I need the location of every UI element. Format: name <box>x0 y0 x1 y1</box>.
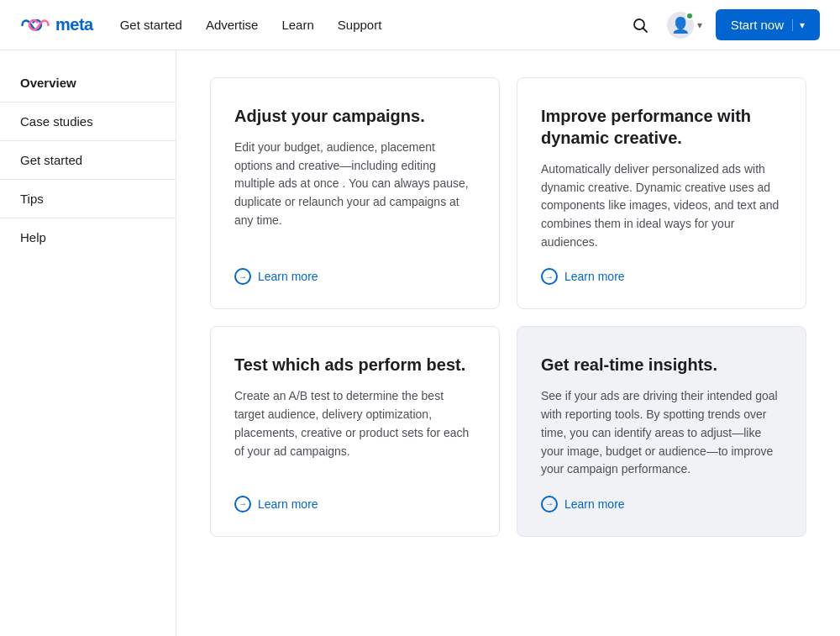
nav-advertise[interactable]: Advertise <box>206 18 259 32</box>
header-left: meta Get started Advertise Learn Support <box>20 15 381 34</box>
card-adjust-campaigns-link[interactable]: → Learn more <box>234 268 318 285</box>
arrow-icon: → <box>541 496 558 512</box>
sidebar-item-case-studies[interactable]: Case studies <box>0 102 176 141</box>
start-now-chevron-icon: ▾ <box>792 19 805 31</box>
header-right: 👤 ▾ Start now ▾ <box>627 8 820 42</box>
meta-logo-icon <box>20 17 50 34</box>
nav-get-started[interactable]: Get started <box>120 18 182 32</box>
card-real-time-insights-link[interactable]: → Learn more <box>541 496 625 512</box>
arrow-icon: → <box>541 268 558 285</box>
sidebar-item-help[interactable]: Help <box>0 218 176 256</box>
card-real-time-insights: Get real-time insights. See if your ads … <box>517 326 806 536</box>
search-button[interactable] <box>627 12 654 39</box>
cards-grid: Adjust your campaigns. Edit your budget,… <box>210 77 806 537</box>
header: meta Get started Advertise Learn Support… <box>0 0 840 50</box>
nav-learn[interactable]: Learn <box>281 18 313 32</box>
sidebar-item-overview[interactable]: Overview <box>0 64 176 102</box>
card-real-time-insights-desc: See if your ads are driving their intend… <box>541 387 782 478</box>
svg-line-1 <box>643 28 647 32</box>
main-content: Adjust your campaigns. Edit your budget,… <box>176 50 840 636</box>
card-improve-performance-desc: Automatically deliver personalized ads w… <box>541 160 782 251</box>
header-nav: Get started Advertise Learn Support <box>120 18 382 32</box>
card-adjust-campaigns-title: Adjust your campaigns. <box>234 105 475 127</box>
card-improve-performance-link[interactable]: → Learn more <box>541 268 625 285</box>
card-test-ads-desc: Create an A/B test to determine the best… <box>234 387 475 460</box>
user-account-button[interactable]: 👤 ▾ <box>664 8 706 42</box>
meta-logo: meta <box>20 15 93 34</box>
account-chevron-icon: ▾ <box>697 19 702 31</box>
arrow-icon: → <box>234 496 251 512</box>
sidebar: Overview Case studies Get started Tips H… <box>0 50 176 636</box>
card-test-ads: Test which ads perform best. Create an A… <box>210 326 500 536</box>
card-test-ads-link[interactable]: → Learn more <box>234 496 318 512</box>
page-layout: Overview Case studies Get started Tips H… <box>0 50 840 636</box>
search-icon <box>632 17 648 34</box>
card-improve-performance-title: Improve performance with dynamic creativ… <box>541 105 782 149</box>
notification-dot <box>685 12 694 20</box>
nav-support[interactable]: Support <box>338 18 382 32</box>
start-now-button[interactable]: Start now ▾ <box>716 9 820 40</box>
sidebar-item-tips[interactable]: Tips <box>0 180 176 218</box>
card-adjust-campaigns-desc: Edit your budget, audience, placement op… <box>234 139 475 229</box>
card-improve-performance: Improve performance with dynamic creativ… <box>517 77 806 309</box>
card-real-time-insights-title: Get real-time insights. <box>541 354 782 376</box>
meta-logo-text: meta <box>55 15 93 34</box>
arrow-icon: → <box>234 268 251 285</box>
sidebar-item-get-started[interactable]: Get started <box>0 141 176 180</box>
card-test-ads-title: Test which ads perform best. <box>234 354 475 376</box>
card-adjust-campaigns: Adjust your campaigns. Edit your budget,… <box>210 77 500 309</box>
user-avatar: 👤 <box>667 12 694 39</box>
